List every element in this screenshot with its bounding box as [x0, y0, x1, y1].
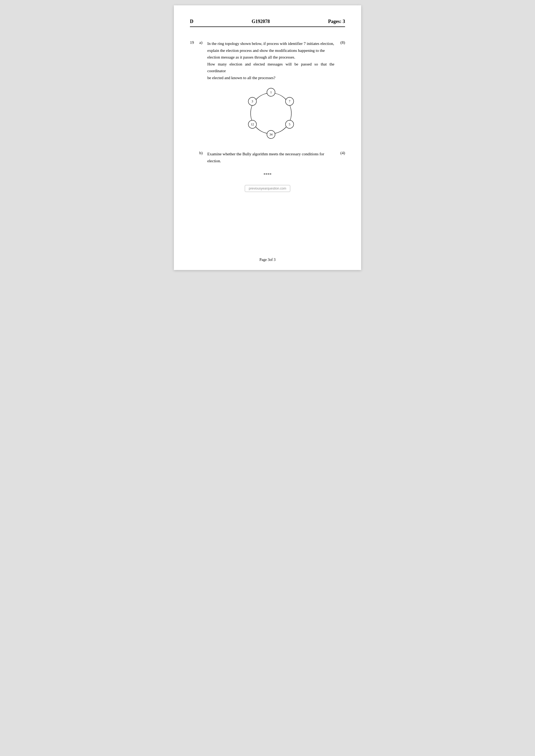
node-5: 5: [285, 120, 294, 128]
part-a-marks: (8): [334, 40, 345, 146]
watermark: previousyearquestion.com: [245, 185, 290, 192]
page: D G192078 Pages: 3 19 a) In the ring top…: [174, 5, 361, 270]
end-stars: ****: [190, 173, 345, 177]
content: 19 a) In the ring topology shown below, …: [190, 35, 345, 192]
header-right: Pages: 3: [328, 19, 345, 24]
watermark-container: previousyearquestion.com: [190, 185, 345, 192]
node-1: 1: [267, 88, 275, 96]
svg-text:3: 3: [251, 100, 253, 103]
page-number: Page 3of 3: [260, 258, 275, 262]
svg-text:12: 12: [251, 123, 254, 126]
part-b-line2: election.: [207, 159, 221, 163]
q-number-empty: [190, 151, 199, 164]
part-a-line4: How many election and elected messages w…: [207, 62, 334, 73]
part-a-line1: In the ring topology shown below, if pro…: [207, 41, 334, 46]
part-b-label: b): [199, 151, 207, 164]
part-b-text: Examine whether the Bully algorithm meet…: [207, 151, 334, 164]
header-left: D: [190, 19, 193, 24]
ring-diagram: 1 7 5: [207, 87, 334, 140]
part-a-line2: explain the election process and show th…: [207, 48, 325, 53]
question-number: 19: [190, 40, 199, 146]
svg-point-0: [250, 93, 291, 134]
svg-text:5: 5: [289, 123, 290, 126]
question-19: 19 a) In the ring topology shown below, …: [190, 40, 345, 146]
question-19b: b) Examine whether the Bully algorithm m…: [190, 151, 345, 164]
part-b-marks: (4): [334, 151, 345, 164]
header-center: G192078: [252, 19, 270, 24]
part-a-text: In the ring topology shown below, if pro…: [207, 40, 334, 146]
svg-text:34: 34: [269, 133, 272, 136]
node-3: 3: [248, 97, 256, 105]
svg-text:7: 7: [289, 100, 290, 103]
node-7: 7: [285, 97, 294, 105]
node-34: 34: [267, 130, 275, 139]
ring-topology-svg: 1 7 5: [241, 87, 300, 140]
part-a-label: a): [199, 40, 207, 146]
node-12: 12: [248, 120, 256, 128]
svg-text:1: 1: [270, 91, 272, 94]
part-a-line3: election message as it passes through al…: [207, 55, 295, 59]
part-b-line1: Examine whether the Bully algorithm meet…: [207, 152, 324, 156]
page-footer: Page 3of 3: [174, 258, 361, 262]
page-header: D G192078 Pages: 3: [190, 19, 345, 27]
part-a-line5: be elected and known to all the processe…: [207, 76, 275, 80]
